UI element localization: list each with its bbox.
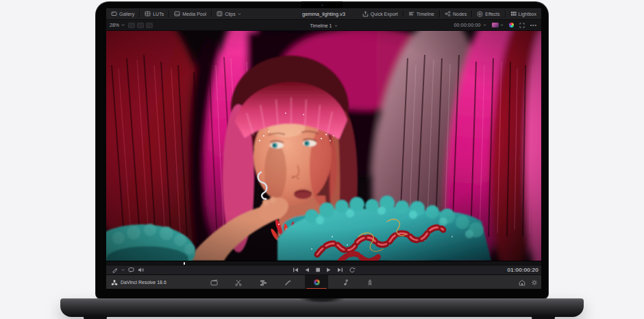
cut-page-icon: [235, 279, 243, 286]
settings-gear-button[interactable]: [531, 279, 538, 286]
chevron-down-icon: [238, 12, 241, 16]
transport-controls: [106, 267, 541, 273]
rubber-foot: [84, 315, 107, 319]
chevron-down-icon: [334, 24, 338, 27]
fairlight-page-icon: [342, 279, 349, 286]
media-page-icon: [210, 279, 218, 286]
page-cut-button[interactable]: [231, 275, 246, 289]
tab-label: Effects: [485, 12, 499, 16]
davinci-resolve-window: Gallery LUTs Media Pool Clips Quick Exp: [106, 8, 541, 289]
marketing-scene: Gallery LUTs Media Pool Clips Quick Exp: [0, 0, 644, 319]
tab-label: Quick Export: [371, 12, 398, 16]
page-fusion-button[interactable]: [280, 275, 295, 289]
playback-toolbar: 01:00:00:20: [106, 265, 541, 274]
timeline-view-button[interactable]: Timeline: [404, 8, 439, 19]
tab-media-pool[interactable]: Media Pool: [169, 8, 211, 19]
top-toolbar: Gallery LUTs Media Pool Clips Quick Exp: [106, 8, 541, 20]
loop-button[interactable]: [349, 267, 356, 273]
skip-end-button[interactable]: [337, 267, 343, 273]
page-deliver-button[interactable]: [362, 275, 377, 289]
media-pool-icon: [174, 11, 180, 16]
camera-icon: [321, 4, 323, 6]
page-buttons: [206, 275, 377, 289]
export-icon: [362, 11, 369, 17]
deliver-page-icon: [367, 279, 373, 286]
fusion-page-icon: [284, 279, 292, 286]
lightbox-button[interactable]: Lightbox: [506, 8, 541, 19]
edit-page-icon: [260, 279, 267, 286]
viewer-options-bar: 28% 00:00:00:00 ••• Timeli: [106, 20, 541, 31]
effects-button[interactable]: Effects: [472, 8, 504, 19]
quick-export-button[interactable]: Quick Export: [358, 8, 403, 19]
tab-label: Timeline: [417, 12, 434, 16]
tab-label: Gallery: [119, 12, 134, 16]
tab-label: Nodes: [453, 12, 467, 16]
gallery-icon: [111, 11, 117, 16]
project-manager-home-button[interactable]: [519, 279, 525, 286]
tab-label: Clips: [225, 12, 236, 16]
stop-button[interactable]: [315, 267, 321, 273]
timeline-selector[interactable]: Timeline 1: [106, 20, 541, 31]
page-navigation-bar: DaVinci Resolve 18.6: [106, 274, 541, 289]
luts-icon: [145, 11, 151, 16]
page-color-button[interactable]: [305, 275, 328, 289]
lid-scoop: [291, 298, 353, 305]
color-page-icon: [314, 279, 320, 285]
effects-icon: [477, 11, 483, 17]
play-button[interactable]: [326, 267, 332, 273]
timeline-name: Timeline 1: [310, 23, 332, 28]
page-fairlight-button[interactable]: [338, 275, 353, 289]
clips-icon: [216, 11, 223, 16]
page-media-button[interactable]: [206, 275, 221, 289]
tab-clips[interactable]: Clips: [212, 8, 246, 19]
record-timecode[interactable]: 01:00:00:20: [507, 267, 538, 273]
tab-label: Media Pool: [182, 12, 206, 16]
tab-luts[interactable]: LUTs: [140, 8, 169, 19]
app-brand: DaVinci Resolve 18.6: [111, 275, 166, 289]
tab-gallery[interactable]: Gallery: [106, 8, 139, 19]
timeline-icon: [408, 11, 414, 16]
rubber-foot: [532, 315, 555, 319]
skip-start-button[interactable]: [293, 267, 299, 273]
app-version-label: DaVinci Resolve 18.6: [121, 280, 166, 285]
macbook-base: [60, 298, 584, 317]
viewer-canvas[interactable]: [106, 31, 541, 261]
davinci-resolve-logo-icon: [111, 279, 118, 286]
lightbox-icon: [510, 11, 517, 16]
viewer-photo: [106, 31, 541, 261]
play-reverse-button[interactable]: [304, 267, 310, 273]
page-edit-button[interactable]: [256, 275, 271, 289]
tab-label: LUTs: [153, 12, 164, 16]
nodes-button[interactable]: Nodes: [440, 8, 471, 19]
tab-label: Lightbox: [519, 12, 536, 16]
nodes-icon: [445, 11, 451, 16]
